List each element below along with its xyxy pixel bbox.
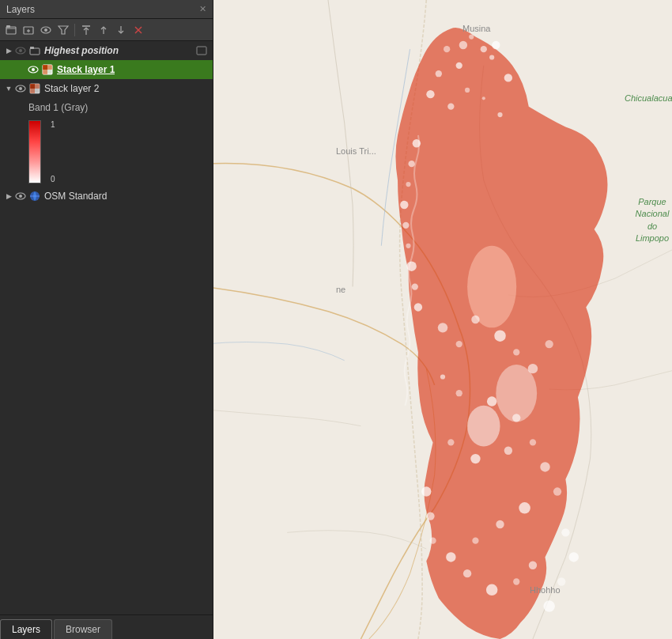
svg-point-62: [456, 390, 462, 396]
colorbar-min-label: 0: [51, 175, 55, 183]
layers-toolbar: [0, 19, 213, 41]
svg-point-47: [406, 244, 410, 248]
tab-layers[interactable]: Layers: [0, 619, 52, 639]
svg-rect-29: [35, 89, 40, 93]
tab-browser[interactable]: Browser: [54, 619, 112, 639]
svg-point-75: [463, 569, 471, 577]
eye-highest-position[interactable]: [14, 44, 27, 57]
svg-point-79: [421, 486, 431, 496]
svg-rect-13: [30, 48, 40, 55]
colorbar-labels: 1 0: [47, 120, 55, 183]
svg-rect-14: [30, 47, 34, 49]
map-label-chicualacuala: Chicualacuala: [625, 93, 672, 103]
panel-header: Layers ✕: [0, 0, 213, 19]
eye-osm-standard[interactable]: [14, 190, 27, 202]
svg-point-61: [440, 374, 445, 379]
svg-point-39: [447, 104, 454, 110]
toggle-visibility-button[interactable]: [38, 22, 54, 38]
svg-point-80: [426, 512, 434, 520]
open-layer-button[interactable]: [3, 22, 19, 38]
svg-point-59: [528, 364, 538, 373]
svg-point-24: [19, 87, 22, 90]
svg-point-37: [504, 74, 512, 81]
layer-name-stack-layer-1: Stack layer 1: [57, 64, 115, 75]
svg-rect-27: [35, 84, 40, 89]
layer-item-highest-position[interactable]: ▶ Highest position: [0, 41, 213, 60]
svg-rect-20: [47, 65, 52, 70]
svg-point-82: [561, 528, 569, 536]
svg-marker-7: [59, 26, 68, 34]
move-down-button[interactable]: [113, 22, 129, 38]
svg-point-44: [406, 182, 410, 187]
filter-button[interactable]: [55, 22, 71, 38]
panel-title: Layers: [6, 4, 35, 15]
svg-point-43: [408, 161, 414, 167]
svg-point-64: [512, 414, 520, 422]
svg-point-56: [471, 316, 479, 323]
svg-point-77: [513, 578, 519, 584]
svg-point-63: [487, 396, 496, 406]
svg-point-91: [436, 70, 442, 77]
layer-item-osm-standard[interactable]: ▶ OSM Standard: [0, 187, 213, 206]
svg-point-17: [32, 68, 35, 71]
new-group-button[interactable]: [21, 22, 36, 38]
map-label-hhohho: Hhohho: [530, 585, 561, 595]
colorbar-max-label: 1: [51, 120, 55, 129]
remove-layer-button[interactable]: [130, 22, 146, 38]
layer-list: ▶ Highest position: [0, 41, 213, 614]
colorbar: [28, 120, 41, 183]
svg-point-89: [481, 46, 487, 52]
svg-point-57: [494, 330, 506, 342]
layer-name-band-1-gray: Band 1 (Gray): [28, 102, 88, 113]
move-up-button[interactable]: [96, 22, 111, 38]
bottom-tabs: Layers Browser: [0, 614, 213, 639]
svg-rect-19: [43, 65, 47, 70]
chevron-highest-position: ▶: [3, 45, 14, 56]
svg-point-72: [496, 520, 504, 528]
svg-point-31: [19, 195, 22, 198]
layer-name-stack-layer-2: Stack layer 2: [44, 83, 99, 94]
svg-point-74: [446, 552, 455, 561]
svg-rect-15: [197, 47, 206, 55]
svg-point-38: [465, 88, 470, 93]
layer-item-stack-layer-2[interactable]: ▼ Stack layer 2: [0, 79, 213, 98]
svg-point-67: [504, 447, 512, 455]
svg-point-65: [447, 439, 454, 445]
svg-point-41: [497, 112, 502, 117]
svg-point-52: [496, 365, 537, 422]
icon-highest-position: [28, 44, 41, 57]
panel-close-button[interactable]: ✕: [199, 4, 206, 14]
eye-stack-layer-2[interactable]: [14, 82, 27, 95]
svg-point-55: [456, 341, 462, 347]
svg-point-6: [44, 28, 47, 32]
svg-point-68: [530, 439, 536, 445]
svg-point-40: [482, 96, 485, 100]
icon-osm-standard: [28, 190, 41, 202]
map-svg: [213, 0, 672, 639]
svg-point-85: [543, 600, 555, 612]
svg-rect-22: [47, 70, 52, 74]
svg-point-87: [459, 41, 467, 49]
svg-rect-28: [30, 89, 35, 93]
layer-item-band-1-gray[interactable]: Band 1 (Gray): [0, 98, 213, 117]
svg-point-53: [467, 406, 500, 447]
svg-point-83: [569, 552, 579, 561]
svg-point-81: [429, 538, 436, 544]
toolbar-separator-1: [74, 24, 75, 36]
map-label-ne: ne: [336, 285, 345, 294]
layer-name-highest-position: Highest position: [44, 45, 119, 56]
map-label-louis-tri: Louis Tri...: [336, 146, 376, 156]
legend-area: 1 0: [0, 117, 213, 187]
svg-point-66: [470, 454, 480, 463]
move-top-button[interactable]: [78, 22, 94, 38]
svg-rect-21: [43, 70, 47, 74]
svg-point-60: [545, 340, 553, 348]
svg-rect-1: [6, 25, 10, 28]
layer-name-osm-standard: OSM Standard: [44, 191, 107, 202]
svg-point-35: [456, 62, 462, 69]
chevron-stack-layer-2: ▼: [3, 83, 14, 94]
svg-point-54: [438, 323, 447, 332]
layer-item-stack-layer-1[interactable]: ▶ Stack layer 1: [0, 60, 213, 79]
eye-stack-layer-1[interactable]: [27, 63, 40, 76]
layer-options-highest-position[interactable]: [194, 43, 210, 59]
